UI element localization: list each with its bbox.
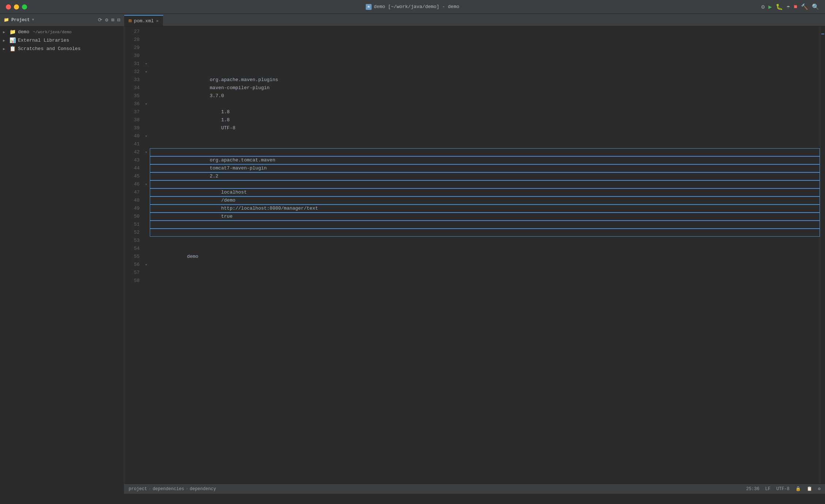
gutter: ▾▾▾▾▾▾▾ — [142, 26, 150, 484]
status-bar: project › dependencies › dependency 25:3… — [124, 484, 825, 494]
minimize-button[interactable] — [14, 4, 19, 9]
window-title-text: demo [~/work/java/demo] - demo — [374, 4, 459, 9]
code-line — [150, 140, 820, 148]
editor-area: m pom.xml ✕ 2728293031323334353637383940… — [124, 14, 825, 494]
settings-icon[interactable]: ⚙ — [818, 486, 821, 492]
lock-icon[interactable]: 🔒 — [795, 486, 801, 492]
ext-lib-label: External Libraries — [18, 38, 69, 43]
sidebar-header-left: 📁 Project ▼ — [4, 17, 34, 23]
code-content[interactable]: org.apache.maven.plugins maven-compiler-… — [150, 26, 820, 484]
breadcrumb-sep-2: › — [186, 486, 188, 492]
vcs-icon[interactable]: 📋 — [807, 486, 812, 492]
code-line: tomcat7-maven-plugin — [150, 164, 820, 172]
code-line: 2.2 — [150, 172, 820, 180]
encoding: UTF-8 — [776, 486, 790, 492]
ext-lib-arrow-icon: ▶ — [3, 38, 7, 43]
code-line — [150, 28, 820, 36]
code-line: demo — [150, 253, 820, 261]
demo-arrow-icon: ▶ — [3, 30, 7, 34]
main-layout: 📁 Project ▼ ⟳ ⚙ ⊞ ⊟ ▶ 📁 demo ~/work/java… — [0, 14, 825, 494]
code-line: org.apache.tomcat.maven — [150, 156, 820, 164]
code-line: 3.7.0 — [150, 92, 820, 100]
settings-icon[interactable]: ⚙ — [105, 17, 108, 23]
code-line: true — [150, 213, 820, 221]
code-line: UTF-8 — [150, 124, 820, 132]
scratches-label: Scratches and Consoles — [18, 46, 81, 51]
line-numbers: 2728293031323334353637383940414243444546… — [124, 26, 142, 484]
scratches-icon: 📋 — [9, 46, 16, 52]
demo-label: demo — [18, 29, 29, 35]
title-bar: m demo [~/work/java/demo] - demo ⚙ ▶ 🐛 ☂… — [0, 0, 825, 14]
file-icon: m — [366, 4, 372, 10]
code-line — [150, 180, 820, 188]
tab-pom-xml[interactable]: m pom.xml ✕ — [124, 15, 163, 26]
project-label: Project — [11, 18, 30, 23]
debug-button[interactable]: 🐛 — [776, 3, 783, 11]
tab-label: pom.xml — [134, 18, 154, 24]
code-line — [150, 229, 820, 237]
ext-lib-icon: 📊 — [9, 37, 16, 43]
tab-close-button[interactable]: ✕ — [156, 18, 159, 24]
sidebar-item-demo[interactable]: ▶ 📁 demo ~/work/java/demo — [0, 28, 124, 36]
breadcrumb-dependencies: dependencies — [153, 486, 184, 492]
tab-file-icon: m — [129, 18, 132, 24]
search-everywhere-icon[interactable]: 🔍 — [812, 3, 819, 11]
breadcrumb-project: project — [129, 486, 147, 492]
code-line — [150, 52, 820, 60]
code-line: http://localhost:8080/manager/text — [150, 205, 820, 213]
right-scrollbar[interactable] — [820, 26, 825, 484]
run-config-icon[interactable]: ⚙ — [761, 3, 765, 11]
code-line: localhost — [150, 188, 820, 196]
code-line — [150, 44, 820, 52]
close-button[interactable] — [6, 4, 11, 9]
code-line: /demo — [150, 196, 820, 205]
coverage-button[interactable]: ☂ — [787, 3, 790, 11]
stop-button[interactable]: ■ — [794, 4, 797, 10]
code-line: maven-compiler-plugin — [150, 84, 820, 92]
code-line — [150, 60, 820, 68]
breadcrumb: project › dependencies › dependency — [129, 486, 216, 492]
toolbar-right: ⚙ ▶ 🐛 ☂ ■ 🔨 🔍 — [761, 3, 819, 11]
build-button[interactable]: 🔨 — [801, 3, 808, 11]
code-line — [150, 237, 820, 245]
sidebar-header-icons: ⟳ ⚙ ⊞ ⊟ — [98, 17, 120, 23]
run-button[interactable]: ▶ — [768, 3, 772, 11]
sync-icon[interactable]: ⟳ — [98, 17, 102, 23]
code-line — [150, 245, 820, 253]
traffic-lights — [6, 4, 27, 9]
window-title: m demo [~/work/java/demo] - demo — [366, 4, 459, 10]
code-line — [150, 132, 820, 140]
sidebar-header: 📁 Project ▼ ⟳ ⚙ ⊞ ⊟ — [0, 14, 124, 26]
maximize-button[interactable] — [22, 4, 27, 9]
scroll-indicator — [821, 34, 824, 34]
line-separator: LF — [765, 486, 770, 492]
code-line: 1.8 — [150, 108, 820, 116]
scratches-arrow-icon: ▶ — [3, 47, 7, 51]
code-line — [150, 148, 820, 156]
code-line: org.apache.maven.plugins — [150, 76, 820, 84]
sidebar: 📁 Project ▼ ⟳ ⚙ ⊞ ⊟ ▶ 📁 demo ~/work/java… — [0, 14, 124, 494]
dropdown-arrow-icon[interactable]: ▼ — [32, 18, 34, 22]
sidebar-item-scratches[interactable]: ▶ 📋 Scratches and Consoles — [0, 45, 124, 53]
sidebar-item-external-libraries[interactable]: ▶ 📊 External Libraries — [0, 36, 124, 45]
code-line: 1.8 — [150, 116, 820, 124]
code-line — [150, 277, 820, 285]
cursor-position: 25:36 — [746, 486, 759, 492]
collapse-icon[interactable]: ⊟ — [117, 17, 120, 23]
tab-bar: m pom.xml ✕ — [124, 14, 825, 26]
demo-folder-icon: 📁 — [9, 29, 16, 35]
code-line — [150, 261, 820, 269]
code-line — [150, 269, 820, 277]
code-line — [150, 68, 820, 76]
demo-path: ~/work/java/demo — [33, 30, 72, 34]
expand-icon[interactable]: ⊞ — [111, 17, 114, 23]
code-line — [150, 221, 820, 229]
breadcrumb-dependency: dependency — [190, 486, 216, 492]
project-icon: 📁 — [4, 17, 9, 23]
code-line — [150, 36, 820, 44]
code-editor: 2728293031323334353637383940414243444546… — [124, 26, 825, 484]
sidebar-items: ▶ 📁 demo ~/work/java/demo ▶ 📊 External L… — [0, 26, 124, 54]
code-line — [150, 100, 820, 108]
status-right: 25:36 LF UTF-8 🔒 📋 ⚙ — [746, 486, 821, 492]
breadcrumb-sep-1: › — [148, 486, 151, 492]
